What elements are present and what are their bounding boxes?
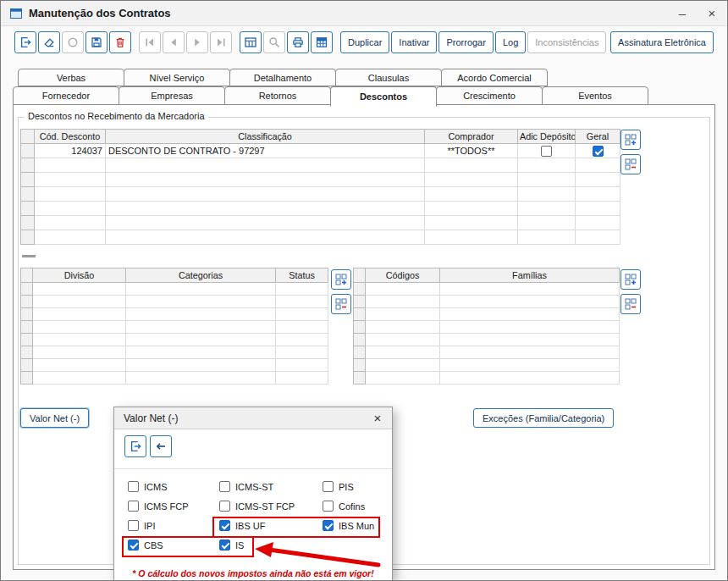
inativar-button[interactable]: Inativar — [391, 31, 437, 53]
excecoes-familia-categoria-button[interactable]: Exceções (Familia/Categoria) — [473, 408, 614, 428]
app-icon — [9, 7, 23, 20]
checkbox-label: IPI — [144, 521, 155, 531]
checkbox-box — [323, 501, 334, 512]
delete-button[interactable] — [109, 31, 131, 53]
eraser-icon — [42, 36, 56, 49]
col-header-categorias: Categorias — [126, 268, 276, 283]
exit-button[interactable] — [14, 31, 36, 53]
adic-deposito-checkbox[interactable] — [541, 146, 552, 157]
empty-row — [21, 216, 620, 230]
tab-acordo-comercial[interactable]: Acordo Comercial — [441, 69, 548, 86]
next-record-button[interactable] — [186, 31, 208, 53]
discount-row[interactable]: 124037 DESCONTO DE CONTRATO - 97297 **TO… — [21, 144, 620, 158]
checkbox-label: CBS — [144, 540, 163, 551]
col-header-classificacao: Classificação — [106, 130, 425, 144]
empty-row — [354, 296, 620, 308]
search-button[interactable] — [263, 31, 285, 53]
checkbox-icms-fcp[interactable]: ICMS FCP — [128, 501, 219, 512]
empty-row — [21, 372, 328, 385]
checkbox-label: IBS Mun — [339, 521, 374, 531]
tab-empresas[interactable]: Empresas — [119, 86, 225, 105]
grid-view-button[interactable] — [240, 31, 262, 53]
empty-row — [21, 230, 620, 245]
grid-remove-icon — [625, 298, 637, 311]
checkbox-icms[interactable]: ICMS — [128, 481, 219, 492]
dialog-title: Valor Net (-) — [124, 412, 368, 424]
checkbox-label: Cofins — [339, 501, 365, 512]
tab-crescimento[interactable]: Crescimento — [436, 86, 543, 105]
circle-arrow-icon — [66, 36, 80, 49]
app-window: Manutenção dos Contratos – × — [0, 0, 728, 581]
save-button[interactable] — [85, 31, 108, 53]
clear-button[interactable] — [38, 31, 60, 53]
tab-retornos[interactable]: Retornos — [224, 86, 331, 105]
checkbox-label: IBS UF — [235, 521, 265, 531]
division-remove-button[interactable] — [331, 294, 351, 314]
dialog-toolbar — [124, 435, 172, 457]
tab-eventos[interactable]: Eventos — [542, 86, 648, 105]
first-record-button[interactable] — [139, 31, 161, 53]
prorrogar-button[interactable]: Prorrogar — [438, 31, 493, 53]
comprador-cell: **TODOS** — [425, 144, 518, 158]
last-record-button[interactable] — [210, 31, 232, 53]
tab-nivel-servico[interactable]: Nível Serviço — [124, 69, 230, 86]
families-remove-button[interactable] — [620, 294, 641, 314]
checkbox-pis[interactable]: PIS — [323, 481, 383, 492]
empty-row — [354, 283, 620, 296]
first-record-icon — [143, 36, 157, 49]
families-add-button[interactable] — [620, 269, 641, 290]
checkbox-cbs[interactable]: CBS — [128, 540, 219, 551]
empty-row — [21, 359, 328, 372]
tab-detalhamento[interactable]: Detalhamento — [229, 69, 336, 86]
inconsistencias-button[interactable]: Inconsistências — [527, 31, 606, 53]
checkbox-cofins[interactable]: Cofins — [323, 501, 383, 512]
tab-fornecedor[interactable]: Fornecedor — [13, 86, 119, 105]
row-selector-header — [21, 268, 33, 283]
floppy-disk-icon — [90, 36, 103, 49]
col-header-familias: Famílias — [440, 268, 620, 283]
checkbox-icms-st[interactable]: ICMS-ST — [219, 481, 323, 492]
grid-remove-icon — [625, 158, 637, 171]
empty-row — [354, 346, 620, 359]
col-header-geral: Geral — [576, 130, 620, 144]
checkbox-box — [219, 501, 230, 512]
dialog-back-button[interactable] — [150, 435, 172, 457]
minimize-button[interactable]: – — [670, 3, 694, 24]
division-add-button[interactable] — [331, 269, 351, 290]
assinatura-eletronica-button[interactable]: Assinatura Eletrônica — [610, 31, 714, 53]
row-selector-cell — [21, 144, 35, 158]
discounts-add-button[interactable] — [620, 130, 641, 150]
duplicar-button[interactable]: Duplicar — [340, 31, 389, 53]
checkbox-icms-st-fcp[interactable]: ICMS-ST FCP — [219, 501, 323, 512]
checkbox-box — [219, 540, 230, 551]
prior-record-icon — [167, 36, 180, 49]
dialog-titlebar: Valor Net (-) × — [114, 407, 392, 429]
checkbox-label: ICMS-ST — [235, 482, 273, 492]
close-button[interactable]: × — [700, 3, 724, 24]
col-header-codigos: Códigos — [366, 268, 440, 283]
tab-descontos[interactable]: Descontos — [330, 86, 437, 107]
tab-verbas[interactable]: Verbas — [18, 69, 124, 86]
empty-row — [21, 308, 328, 321]
arrow-left-icon — [154, 440, 168, 453]
discounts-remove-button[interactable] — [620, 154, 641, 174]
empty-row — [21, 346, 328, 359]
valor-net-button[interactable]: Valor Net (-) — [20, 408, 89, 428]
print-button[interactable] — [287, 31, 309, 53]
checkbox-is[interactable]: IS — [219, 540, 323, 551]
tab-clausulas[interactable]: Clausulas — [335, 69, 442, 86]
checkbox-ibs-mun[interactable]: IBS Mun — [323, 520, 383, 531]
col-header-adic-deposito: Adic Depósito — [518, 130, 576, 144]
dialog-exit-button[interactable] — [124, 435, 146, 457]
checkbox-box — [219, 520, 230, 531]
checkbox-ipi[interactable]: IPI — [128, 520, 219, 531]
prior-record-button[interactable] — [163, 31, 185, 53]
log-button[interactable]: Log — [495, 31, 526, 53]
splitter-handle[interactable] — [22, 255, 36, 257]
checkbox-ibs-uf[interactable]: IBS UF — [219, 520, 323, 531]
tab-row-2: Fornecedor Empresas Retornos Descontos C… — [13, 86, 648, 107]
geral-checkbox[interactable] — [593, 146, 604, 157]
dialog-close-button[interactable]: × — [368, 409, 387, 428]
refresh-button[interactable] — [62, 31, 84, 53]
schedule-button[interactable] — [311, 31, 333, 53]
